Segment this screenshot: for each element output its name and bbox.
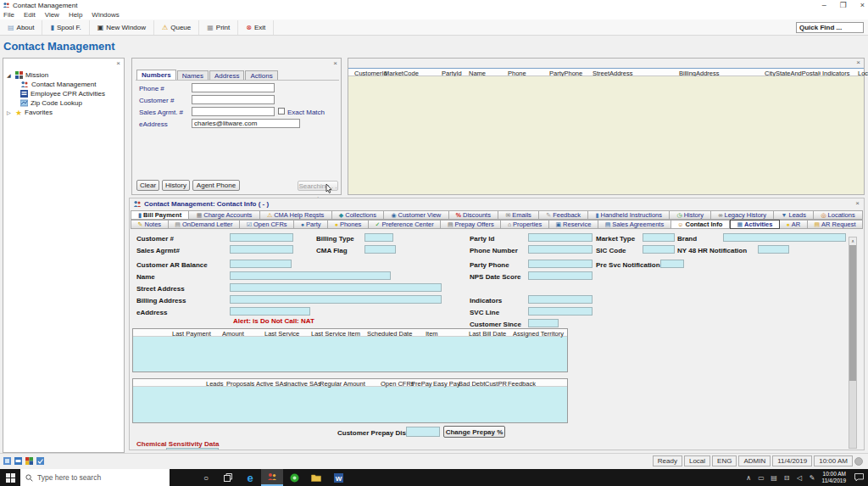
exact-match-checkbox[interactable] [278,108,285,115]
tab-ar[interactable]: ●AR [780,220,808,229]
file-explorer-icon[interactable] [305,469,327,486]
exit-button[interactable]: ⊗ Exit [238,20,274,35]
status-app-icon-3[interactable] [25,457,33,465]
tray-chevron-up-icon[interactable]: ∧ [743,469,755,486]
tab-emails[interactable]: ✉Emails [498,210,539,220]
menu-view[interactable]: View [45,11,59,19]
sales-agrmt-input[interactable] [192,107,275,116]
tab-cma-help-reqsts[interactable]: ⚠CMA Help Reqsts [260,210,332,220]
phone-number-field[interactable] [528,245,593,254]
tab-party[interactable]: ●Party [294,220,328,229]
form-scrollbar[interactable]: ∧ [849,237,857,449]
party-phone-field[interactable] [528,260,593,268]
tab-customer-view[interactable]: ◉Customer View [384,210,448,220]
tab-ar-request[interactable]: ▤AR Request [808,220,863,229]
menu-edit[interactable]: Edit [24,11,36,19]
tree-node-zip-lookup[interactable]: Zip Code Lookup [7,98,105,108]
tab-sales-agreements[interactable]: ▤Sales Agreements [598,220,671,229]
search-panel-close-icon[interactable]: × [331,60,339,68]
pre-svc-notification-field[interactable] [660,260,684,268]
history-button[interactable]: History [162,180,190,191]
tab-notes[interactable]: ✎Notes [131,220,169,229]
street-address-field[interactable] [230,283,442,292]
queue-button[interactable]: ⚠ Queue [154,20,199,35]
tree-node-favorites[interactable]: ▷ ★ Favorites [7,108,105,117]
party-id-field[interactable] [528,233,593,242]
tab-prepay-offers[interactable]: ▤Prepay Offers [441,220,501,229]
results-grid-body[interactable] [348,76,864,194]
results-panel-close-icon[interactable]: × [854,59,862,67]
customer-ar-balance-field[interactable] [230,260,292,268]
restore-button[interactable]: ❐ [840,1,847,9]
scroll-up-icon[interactable]: ∧ [849,237,856,245]
spool-button[interactable]: ▮ Spool F. [42,20,89,35]
tab-ondemand-letter[interactable]: ▤OnDemand Letter [169,220,240,229]
customer-number-field[interactable] [230,233,293,242]
tab-open-cfrs[interactable]: ☑Open CFRs [240,220,294,229]
leads-summary-table[interactable]: Leads Proposals Active SAs Inactive SAs … [132,378,568,423]
tab-collections[interactable]: ◆Collections [332,210,385,220]
close-button[interactable]: × [860,1,865,9]
indicators-field[interactable] [528,295,593,304]
billing-address-field[interactable] [230,295,442,304]
phone-input[interactable] [192,83,275,92]
status-app-icon-2[interactable] [14,457,22,465]
collapsed-triangle-icon[interactable]: ▷ [7,109,13,115]
menu-help[interactable]: Help [69,11,82,19]
nps-date-score-field[interactable] [528,271,593,280]
service-history-table[interactable]: Last Payment Amount Last Service Last Se… [132,328,568,372]
svc-line-field[interactable] [528,307,593,316]
name-field[interactable] [230,271,391,280]
tab-reservice[interactable]: ▣Reservice [549,220,598,229]
tree-node-contact-management[interactable]: Contact Management [7,80,105,89]
cma-flag-field[interactable] [364,245,396,254]
menu-windows[interactable]: Windows [92,11,119,19]
sales-agrmt-field[interactable] [230,245,293,254]
print-button[interactable]: ▦ Print [199,20,238,35]
clear-button[interactable]: Clear [136,180,159,191]
customer-number-input[interactable] [192,95,275,104]
tab-handheld-instructions[interactable]: ▮Handheld Instructions [588,210,670,220]
contact-app-taskbar-icon[interactable] [261,469,283,486]
customer-since-field[interactable] [528,319,559,327]
change-prepay-button[interactable]: Change Prepay % [443,426,505,438]
word-icon[interactable]: W [327,469,349,486]
about-button[interactable]: ▤ About [0,20,42,35]
ny48-field[interactable] [758,245,789,254]
tray-folder-icon[interactable]: ▤ [768,469,781,486]
cortana-icon[interactable]: ○ [195,469,217,486]
new-window-button[interactable]: ▣ New Window [90,20,154,35]
green-app-icon[interactable] [283,469,305,486]
tab-feedback[interactable]: ✎Feedback [539,210,588,220]
tab-properties[interactable]: ⌂Properties [501,220,549,229]
minimize-button[interactable]: – [822,1,826,9]
task-view-icon[interactable] [217,469,239,486]
tray-pen-icon[interactable]: ✎ [806,469,819,486]
edge-icon[interactable]: e [239,469,261,486]
expanded-triangle-icon[interactable]: ◢ [7,72,13,78]
tray-volume-icon[interactable]: ◁ [793,469,806,486]
tray-monitor-icon[interactable]: ▭ [755,469,768,486]
tab-locations[interactable]: ◎Locations [814,210,863,220]
chemical-sensitivity-field[interactable] [166,448,219,450]
tab-discounts[interactable]: %Discounts [449,210,499,220]
quick-find-button[interactable]: Quick Find ... [796,22,864,33]
eaddress-input[interactable]: charles@litware.com [192,119,300,128]
menu-file[interactable]: File [3,11,14,19]
contact-panel-close-icon[interactable]: × [854,200,861,208]
start-button[interactable] [0,469,20,486]
billing-type-field[interactable] [364,233,393,242]
tab-phones[interactable]: ●Phones [328,220,369,229]
eaddress-field[interactable] [230,307,310,316]
sic-code-field[interactable] [643,245,675,254]
tab-preference-center[interactable]: ✓Preference Center [369,220,441,229]
status-app-icon-1[interactable] [3,457,11,465]
tree-node-mission[interactable]: ◢ Mission [7,70,105,80]
tab-history[interactable]: ◷History [670,210,711,220]
tray-network-icon[interactable]: ⊟ [781,469,793,486]
market-type-field[interactable] [643,233,675,242]
tree-node-employee-cpr[interactable]: Employee CPR Activities [7,89,105,98]
status-app-icon-4[interactable] [36,457,44,465]
notification-center-icon[interactable] [849,469,868,486]
scrollbar-thumb[interactable] [849,245,856,381]
